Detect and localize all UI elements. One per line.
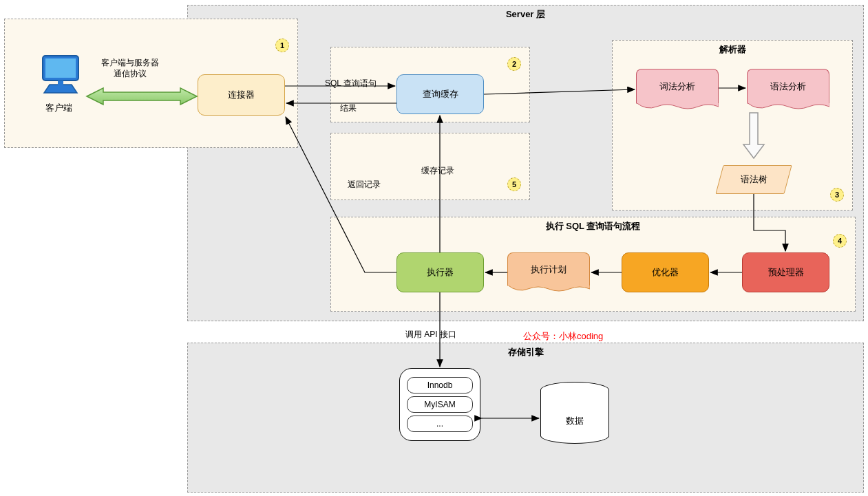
data-text: 数据 — [566, 415, 584, 427]
query-cache-box: 查询缓存 — [396, 74, 484, 114]
protocol-label-1: 客户端与服务器 — [89, 57, 171, 69]
engine-etc: ... — [407, 416, 473, 432]
connector-box: 连接器 — [198, 74, 285, 116]
badge-2: 2 — [507, 57, 521, 71]
badge-3: 3 — [830, 188, 844, 202]
lexical-box: 词法分析 — [636, 69, 719, 111]
credit-label: 公众号：小林coding — [523, 330, 603, 343]
svg-rect-1 — [45, 58, 76, 78]
sql-query-label: SQL 查询语句 — [325, 78, 377, 89]
storage-engine-group: 存储引擎 — [187, 343, 864, 493]
preprocessor-box: 预处理器 — [742, 252, 829, 292]
preprocessor-text: 预处理器 — [768, 266, 804, 279]
optimizer-text: 优化器 — [652, 266, 679, 279]
engine-innodb: Innodb — [407, 377, 473, 393]
engines-box: Innodb MyISAM ... — [399, 368, 480, 441]
optimizer-box: 优化器 — [622, 252, 709, 292]
executor-text: 执行器 — [427, 266, 454, 279]
lexical-text: 词法分析 — [659, 80, 695, 93]
api-call-label: 调用 API 接口 — [405, 329, 456, 341]
data-cylinder: 数据 — [540, 382, 609, 444]
exec-flow-label: 执行 SQL 查询语句流程 — [331, 220, 855, 233]
result-label: 结果 — [340, 103, 357, 114]
syntax-tree-box: 语法树 — [715, 165, 792, 194]
storage-engine-label: 存储引擎 — [188, 346, 863, 358]
client-label: 客户端 — [45, 102, 72, 114]
protocol-label-2: 通信协议 — [89, 68, 171, 80]
syntax-tree-text: 语法树 — [741, 173, 768, 186]
syntax-box: 语法分析 — [747, 69, 829, 111]
parser-group-label: 解析器 — [613, 43, 852, 56]
badge-1: 1 — [275, 39, 289, 52]
cache-record-label: 缓存记录 — [421, 165, 454, 177]
monitor-icon — [37, 52, 84, 98]
exec-plan-box: 执行计划 — [507, 252, 590, 294]
svg-rect-3 — [58, 80, 63, 86]
engine-myisam: MyISAM — [407, 396, 473, 413]
badge-4: 4 — [833, 234, 847, 248]
connector-text: 连接器 — [228, 89, 255, 101]
executor-box: 执行器 — [396, 252, 484, 292]
syntax-text: 语法分析 — [770, 80, 806, 93]
exec-plan-text: 执行计划 — [531, 263, 567, 276]
query-cache-text: 查询缓存 — [423, 88, 458, 100]
badge-5: 5 — [507, 177, 521, 191]
return-record-label: 返回记录 — [348, 179, 381, 191]
diagram-container: Server 层 存储引擎 1 客户端 连接器 客户端与服务器 通信协议 2 查… — [0, 0, 868, 496]
